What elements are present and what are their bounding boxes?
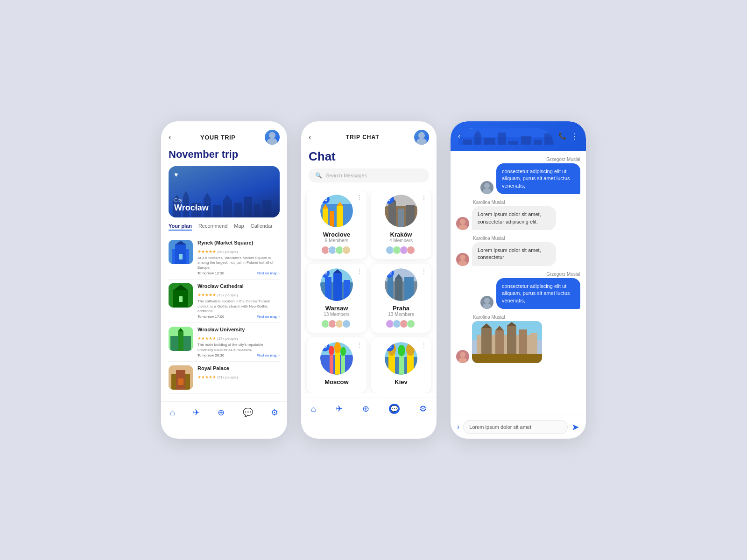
message-group: Karolina Musiał Lorem ipsum dolor sit am… <box>456 200 580 230</box>
svg-point-102 <box>484 183 490 189</box>
favorite-icon[interactable]: ♥ <box>174 171 178 178</box>
more-icon[interactable]: ⋮ <box>421 267 427 275</box>
more-icon[interactable]: ⋮ <box>421 341 427 349</box>
user-avatar[interactable] <box>414 130 429 145</box>
sender-avatar <box>480 181 493 194</box>
place-image <box>169 327 193 351</box>
message-group: Karolina Musiał <box>456 315 580 363</box>
tab-map[interactable]: Map <box>234 223 244 231</box>
more-options-icon[interactable]: ⋮ <box>571 132 578 141</box>
place-image <box>169 283 193 308</box>
sent-message-row: consectetur adipiscing elit ut aliquam, … <box>456 278 580 309</box>
group-image: 52 <box>320 342 353 375</box>
tab-your-plan[interactable]: Your plan <box>169 223 192 231</box>
received-bubble: Lorem ipsum dolor sit amet, consectetur <box>472 242 556 266</box>
svg-point-1 <box>267 138 277 145</box>
nav-home-icon[interactable]: ⌂ <box>170 408 175 418</box>
places-list: Rynek (Market Square) ★★★★★(20k people) … <box>161 232 287 398</box>
unread-badge: 52 <box>320 342 330 351</box>
chat-group-warsaw[interactable]: ⋮ 52 Warsaw 13 Members <box>307 264 366 333</box>
svg-point-104 <box>460 219 465 224</box>
svg-rect-32 <box>178 378 183 385</box>
nav-settings-icon[interactable]: ⚙ <box>419 404 427 414</box>
received-message-row: Lorem ipsum dolor sit amet, consectetur <box>456 242 580 266</box>
nav-add-icon[interactable]: ⊕ <box>218 407 225 418</box>
chat-group-kiev[interactable]: ⋮ 52 Kiev <box>371 337 431 393</box>
chat-group-praha[interactable]: ⋮ 52 Praha 13 Members <box>371 264 431 333</box>
nav-home-icon[interactable]: ⌂ <box>311 404 316 414</box>
place-info: Wrocław University ★★★★★(17k people) The… <box>197 327 280 357</box>
place-desc: The cathedral, located in the Ostrów Tum… <box>197 299 280 314</box>
svg-rect-54 <box>333 273 342 301</box>
group-image: 52 <box>320 195 353 227</box>
message-group: Grzegorz Musiał consectetur adipiscing e… <box>456 157 580 194</box>
nav-add-icon[interactable]: ⊕ <box>362 404 369 414</box>
call-icon[interactable]: 📞 <box>558 132 566 141</box>
find-on-map-link[interactable]: Find on map › <box>257 271 280 275</box>
svg-rect-38 <box>323 209 328 227</box>
bottom-nav: ⌂ ✈ ⊕ 💬 ⚙ <box>161 401 287 425</box>
image-bubble <box>472 321 542 363</box>
group-members: 13 Members <box>311 312 362 317</box>
sender-name: Karolina Musiał <box>473 200 580 205</box>
group-image: 52 <box>385 268 417 301</box>
svg-point-33 <box>418 132 425 139</box>
back-icon[interactable]: ‹ <box>309 133 311 141</box>
unread-badge: 52 <box>385 342 394 351</box>
search-placeholder: Search Messages <box>326 173 367 178</box>
tab-recommend[interactable]: Recommend <box>198 223 227 231</box>
send-button[interactable]: ➤ <box>571 421 579 433</box>
svg-point-105 <box>458 224 467 230</box>
find-on-map-link[interactable]: Find on map › <box>257 315 280 319</box>
more-icon[interactable]: ⋮ <box>356 267 363 275</box>
back-icon[interactable]: ‹ <box>169 133 171 141</box>
mic-icon[interactable]: › <box>457 423 459 431</box>
nav-trip-icon[interactable]: ✈ <box>193 407 200 418</box>
tab-calendar[interactable]: Callendar <box>251 223 273 231</box>
list-item[interactable]: Wrocław University ★★★★★(17k people) The… <box>169 323 280 362</box>
message-input[interactable] <box>463 420 568 434</box>
svg-rect-60 <box>388 276 393 301</box>
search-icon: 🔍 <box>315 172 322 179</box>
chat-group-krakow[interactable]: ⋮ 8 Kraków 4 Members <box>371 190 431 259</box>
find-on-map-link[interactable]: Find on map › <box>257 353 280 357</box>
svg-point-72 <box>340 347 346 356</box>
more-icon[interactable]: ⋮ <box>421 194 427 201</box>
sender-avatar <box>456 217 469 230</box>
phone-chat-view: ‹ Wroclove 📞 ⋮ <box>451 121 586 439</box>
phone-trip-chat: ‹ TRIP CHAT Chat 🔍 Search Messages ⋮ 52 <box>301 121 437 439</box>
list-item[interactable]: Rynek (Market Square) ★★★★★(20k people) … <box>169 236 280 280</box>
place-image <box>169 240 193 264</box>
rating-count: (21k people) <box>217 375 238 379</box>
svg-point-106 <box>460 255 465 260</box>
chat-groups-grid: ⋮ 52 Wroclove 9 Members <box>301 190 437 393</box>
list-item[interactable]: Royal Palace ★★★★★(21k people) <box>169 362 280 394</box>
user-avatar[interactable] <box>265 130 280 145</box>
svg-point-79 <box>398 345 405 356</box>
bottom-nav: ⌂ ✈ ⊕ 💬 ⚙ <box>301 398 437 421</box>
place-name: Wrocław Cathedral <box>197 283 280 289</box>
chat-group-moscow[interactable]: ⋮ 52 Moscow <box>307 337 366 393</box>
sender-name: Karolina Musiał <box>473 236 580 241</box>
svg-rect-20 <box>179 254 183 259</box>
rating-count: (13k people) <box>217 293 238 297</box>
more-icon[interactable]: ⋮ <box>356 341 363 349</box>
rating-count: (20k people) <box>217 250 238 254</box>
nav-chat-icon[interactable]: 💬 <box>243 407 253 418</box>
svg-point-34 <box>416 138 427 145</box>
place-time: Tomorrow 12:30 <box>197 271 224 275</box>
svg-point-111 <box>458 357 467 363</box>
nav-trip-icon[interactable]: ✈ <box>336 404 343 414</box>
chat-group-wroclove[interactable]: ⋮ 52 Wroclove 9 Members <box>307 190 366 259</box>
group-name: Moscow <box>311 378 362 385</box>
list-item[interactable]: Wrocław Cathedral ★★★★★(13k people) The … <box>169 280 280 323</box>
search-bar[interactable]: 🔍 Search Messages <box>309 168 429 182</box>
nav-settings-icon[interactable]: ⚙ <box>271 407 278 418</box>
phone-your-trip: ‹ YOUR TRIP November trip <box>161 121 287 439</box>
nav-chat-active-icon[interactable]: 💬 <box>389 404 400 414</box>
place-name: Rynek (Market Square) <box>197 240 280 245</box>
svg-rect-27 <box>178 331 183 351</box>
more-icon[interactable]: ⋮ <box>356 194 363 201</box>
svg-rect-87 <box>484 138 495 145</box>
member-avatars <box>311 320 362 328</box>
